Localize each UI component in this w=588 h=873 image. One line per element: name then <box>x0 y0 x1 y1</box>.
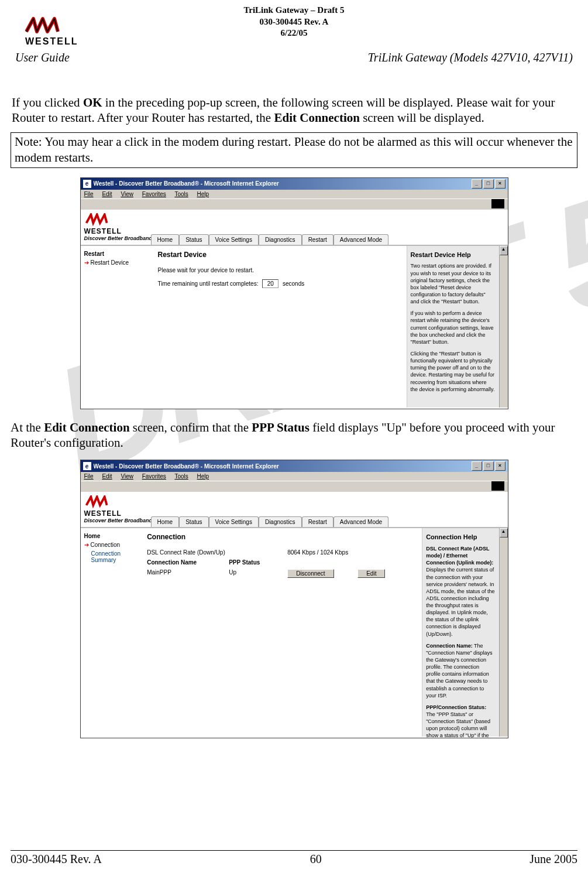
tab-diagnostics[interactable]: Diagnostics <box>259 516 302 527</box>
minimize-button[interactable]: _ <box>472 461 482 471</box>
paragraph-1: If you clicked OK in the preceding pop-u… <box>11 95 577 126</box>
maximize-button[interactable]: □ <box>483 461 494 471</box>
footer-rule <box>11 850 577 851</box>
tab-status[interactable]: Status <box>179 234 208 245</box>
screenshot-connection: e Westell - Discover Better Broadband® -… <box>80 460 508 738</box>
menu-file[interactable]: File <box>84 473 94 480</box>
help-panel-2: Connection Help DSL Connect Rate (ADSL m… <box>422 528 507 737</box>
footer-page-number: 60 <box>310 853 322 866</box>
menu-edit[interactable]: Edit <box>102 191 112 197</box>
ie-titlebar: e Westell - Discover Better Broadband® -… <box>81 178 508 190</box>
paragraph-2: At the Edit Connection screen, confirm t… <box>11 420 577 451</box>
rate-value: 8064 Kbps / 1024 Kbps <box>287 549 357 556</box>
ie-menubar-2: File Edit View Favorites Tools Help <box>81 472 508 481</box>
tab-home[interactable]: Home <box>151 234 180 245</box>
menu-help[interactable]: Help <box>197 191 209 197</box>
scroll-up-button[interactable]: ▲ <box>500 528 508 538</box>
edit-button[interactable]: Edit <box>357 569 385 578</box>
minimize-button[interactable]: _ <box>472 179 482 189</box>
ie-titlebar-2: e Westell - Discover Better Broadband® -… <box>81 460 508 472</box>
menu-favorites[interactable]: Favorites <box>142 473 166 480</box>
tab-voice[interactable]: Voice Settings <box>209 516 259 527</box>
note-text: Note: You may hear a click in the modem … <box>15 135 572 165</box>
westell-logo: WESTELL <box>25 16 78 47</box>
doc-header-line2: 030-300445 Rev. A <box>11 16 577 28</box>
disconnect-button[interactable]: Disconnect <box>287 569 333 578</box>
tab-advanced[interactable]: Advanced Mode <box>333 234 388 245</box>
col-ppp-status: PPP Status <box>229 559 287 566</box>
tab-restart[interactable]: Restart <box>302 234 333 245</box>
help-p1: Two restart options are provided. If you… <box>411 262 504 305</box>
app-logo: WESTELL Discover Better Broadband <box>81 492 146 527</box>
nav-connection[interactable]: Connection <box>84 542 138 548</box>
val-ppp-status: Up <box>229 569 287 578</box>
maximize-button[interactable]: □ <box>483 179 494 189</box>
scroll-up-button[interactable]: ▲ <box>500 246 508 255</box>
menu-favorites[interactable]: Favorites <box>142 191 166 197</box>
close-button[interactable]: × <box>495 461 506 471</box>
note-box: Note: You may hear a click in the modem … <box>11 132 577 168</box>
countdown-line: Time remaining until restart completes: … <box>158 279 401 288</box>
document-header: TriLink Gateway – Draft 5 030-300445 Rev… <box>11 5 577 39</box>
tab-home[interactable]: Home <box>151 516 180 527</box>
ie-menubar: File Edit View Favorites Tools Help <box>81 190 508 198</box>
col-conn-name: Connection Name <box>147 559 229 566</box>
menu-view[interactable]: View <box>121 473 133 480</box>
footer-left: 030-300445 Rev. A <box>11 853 102 866</box>
tab-restart[interactable]: Restart <box>302 516 333 527</box>
screenshot-restart: e Westell - Discover Better Broadband® -… <box>80 177 508 409</box>
countdown-field: 20 <box>262 279 278 288</box>
ie-throbber-icon <box>491 199 504 208</box>
user-guide-label: User Guide <box>15 51 70 64</box>
tab-status[interactable]: Status <box>179 516 208 527</box>
page-title: Restart Device <box>158 251 401 259</box>
doc-header-line1: TriLink Gateway – Draft 5 <box>11 5 577 16</box>
scrollbar-2[interactable]: ▲ <box>499 528 508 737</box>
help-title: Restart Device Help <box>411 251 504 259</box>
help-p2: If you wish to perform a device restart … <box>411 310 504 345</box>
rate-label: DSL Connect Rate (Down/Up) <box>147 549 229 556</box>
ie-title: Westell - Discover Better Broadband® - M… <box>94 180 470 187</box>
close-button[interactable]: × <box>495 179 506 189</box>
product-model-label: TriLink Gateway (Models 427V10, 427V11) <box>368 51 573 64</box>
main-content: Restart Device Please wait for your devi… <box>152 246 407 408</box>
ie-title-2: Westell - Discover Better Broadband® - M… <box>94 463 470 470</box>
ie-throbber-icon <box>491 481 504 491</box>
page-footer: 030-300445 Rev. A 60 June 2005 <box>11 853 577 866</box>
menu-file[interactable]: File <box>84 191 94 197</box>
tab-voice[interactable]: Voice Settings <box>209 234 259 245</box>
nav-section: Restart <box>84 251 149 257</box>
tab-advanced[interactable]: Advanced Mode <box>333 516 388 527</box>
tab-diagnostics[interactable]: Diagnostics <box>259 234 302 245</box>
left-nav-2: Home Connection Connection Summary <box>81 528 142 737</box>
menu-view[interactable]: View <box>121 191 133 197</box>
left-nav: Restart Restart Device <box>81 246 152 408</box>
brand-name: WESTELL <box>25 36 78 47</box>
nav-restart-device[interactable]: Restart Device <box>84 259 149 266</box>
wait-message: Please wait for your device to restart. <box>158 267 401 273</box>
nav-section-home: Home <box>84 533 138 539</box>
menu-tools[interactable]: Tools <box>174 191 188 197</box>
ie-icon: e <box>83 180 91 188</box>
doc-header-line3: 6/22/05 <box>11 28 577 39</box>
scrollbar[interactable]: ▲ <box>499 246 508 408</box>
nav-connection-summary[interactable]: Connection Summary <box>91 550 138 563</box>
menu-tools[interactable]: Tools <box>174 473 188 480</box>
app-logo: WESTELL Discover Better Broadband <box>81 210 146 245</box>
ie-icon: e <box>83 462 91 470</box>
main-content-2: Connection DSL Connect Rate (Down/Up) 80… <box>141 528 422 737</box>
help-panel: Restart Device Help Two restart options … <box>407 246 508 408</box>
menu-edit[interactable]: Edit <box>102 473 112 480</box>
menu-help[interactable]: Help <box>197 473 209 480</box>
help-title-2: Connection Help <box>426 533 504 542</box>
help-p3: Clicking the "Restart" button is functio… <box>411 350 504 393</box>
val-conn-name: MainPPP <box>147 569 229 578</box>
footer-right: June 2005 <box>529 853 577 866</box>
page-title-connection: Connection <box>147 533 416 541</box>
